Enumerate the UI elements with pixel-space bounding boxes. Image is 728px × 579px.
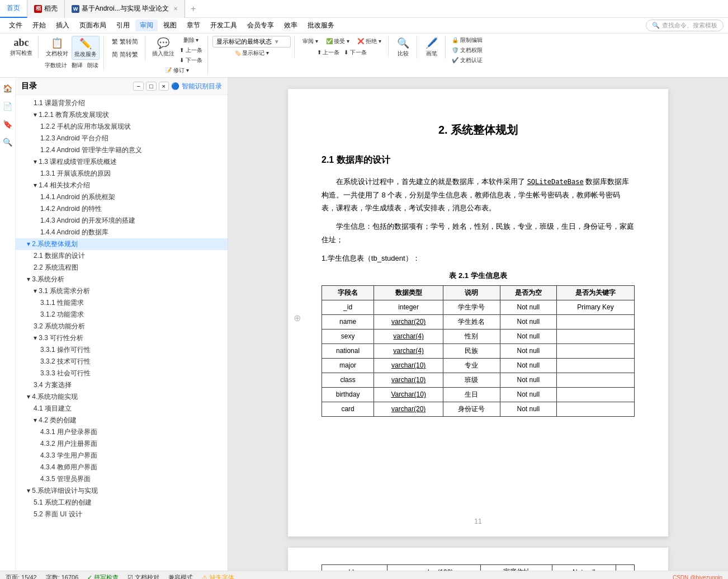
toc-item-29[interactable]: 4.3.2 用户注册界面: [16, 438, 228, 450]
reject-button[interactable]: ❌ 拒绝 ▾: [354, 36, 385, 47]
restrict-edit-button[interactable]: 🔒 限制编辑: [450, 36, 484, 45]
sidebar-collapse-button[interactable]: −: [133, 82, 143, 91]
cell-type-underline: varchar(4): [393, 347, 424, 355]
toc-item-30[interactable]: 4.3.3 学生用户界面: [16, 450, 228, 462]
modify-button[interactable]: 📝 修订 ▾: [163, 66, 191, 75]
toc-item-18[interactable]: 3.1.2 功能需求: [16, 309, 228, 321]
add-tab-button[interactable]: +: [185, 0, 201, 18]
menu-dev[interactable]: 开发工具: [206, 20, 242, 31]
cell-key: [616, 565, 634, 571]
doc-area[interactable]: ⊕ 2. 系统整体规划 2.1 数据库的设计 在系统设计过程中，首先建立的就是数…: [228, 78, 728, 571]
toc-item-2[interactable]: 1.2.2 手机的应用市场发展现状: [16, 121, 228, 133]
left-icon-home[interactable]: 🏠: [2, 82, 14, 95]
spell-check-button[interactable]: abc 拼写检查: [8, 36, 35, 58]
toc-item-20[interactable]: ▾ 3.3 可行性分析: [16, 332, 228, 344]
read-aloud-button[interactable]: 朗读: [86, 61, 100, 70]
simp-to-trad-button[interactable]: 简 简转繁: [108, 49, 141, 60]
toc-item-26[interactable]: 4.1 项目建立: [16, 403, 228, 415]
prev-change-button[interactable]: ⬆ 上一条: [315, 48, 342, 57]
tab-wps[interactable]: 稻 稻壳: [27, 0, 65, 18]
toc-item-27[interactable]: ▾ 4.2 类的创建: [16, 415, 228, 426]
toc-item-22[interactable]: 3.3.2 技术可行性: [16, 356, 228, 368]
toc-item-33[interactable]: ▾ 5.系统详细设计与实现: [16, 485, 228, 497]
delete-comment-button[interactable]: 删除 ▾: [178, 36, 204, 45]
word-count-button[interactable]: 字数统计: [43, 61, 69, 70]
left-icon-search[interactable]: 🔍: [2, 136, 14, 148]
smart-toc-button[interactable]: 🔵 智能识别目录: [171, 82, 222, 91]
menu-member[interactable]: 会员专享: [243, 20, 278, 31]
menu-correction[interactable]: 批改服务: [303, 20, 339, 31]
toc-item-14[interactable]: 2.2 系统流程图: [16, 262, 228, 274]
insert-comment-button[interactable]: 💬 插入批注: [150, 36, 177, 65]
toc-item-7[interactable]: ▾ 1.4 相关技术介绍: [16, 180, 228, 191]
toc-item-32[interactable]: 4.3.5 管理员界面: [16, 473, 228, 485]
next-change-button[interactable]: ⬇ 下一条: [342, 48, 368, 57]
menubar: 文件 开始 插入 页面布局 引用 审阅 视图 章节 开发工具 会员专享 效率 批…: [0, 18, 728, 34]
review-button[interactable]: 审阅 ▾: [299, 36, 322, 47]
toc-item-35[interactable]: 5.2 界面 UI 设计: [16, 509, 228, 520]
toc-item-28[interactable]: 4.3.1 用户登录界面: [16, 426, 228, 438]
menu-view[interactable]: 视图: [159, 20, 181, 31]
trad-to-simp-button[interactable]: 繁 繁转简: [108, 36, 141, 48]
ink-button[interactable]: 🖊️ 画笔: [422, 36, 442, 59]
tab-doc[interactable]: W 基于Androi...与实现 毕业论文 ✕: [65, 0, 185, 18]
cell-type: varchar(20): [374, 402, 443, 416]
next-comment-button[interactable]: ⬇ 下一条: [178, 56, 204, 65]
toc-item-9[interactable]: 1.4.2 Android 的特性: [16, 203, 228, 215]
menu-home[interactable]: 开始: [28, 20, 50, 31]
toc-item-16[interactable]: ▾ 3.1 系统需求分析: [16, 285, 228, 297]
toc-item-34[interactable]: 5.1 系统工程的创建: [16, 497, 228, 509]
left-icon-strip: 🏠 📄 🔖 🔍: [0, 78, 16, 571]
left-icon-page[interactable]: 📄: [2, 100, 14, 112]
toc-item-23[interactable]: 3.3.3 社会可行性: [16, 368, 228, 379]
prev-comment-button[interactable]: ⬆ 上一条: [178, 46, 204, 55]
toc-item-24[interactable]: 3.4 方案选择: [16, 379, 228, 391]
accept-button[interactable]: ✅ 接受 ▾: [323, 36, 353, 47]
menu-chapter[interactable]: 章节: [182, 20, 205, 31]
toc-item-31[interactable]: 4.3.4 教师用户界面: [16, 462, 228, 473]
translate-button[interactable]: 翻译: [70, 61, 84, 70]
toc-item-6[interactable]: 1.3.1 开展该系统的原因: [16, 168, 228, 180]
toc-item-0[interactable]: 1.1 课题背景介绍: [16, 97, 228, 109]
toc-item-15[interactable]: ▾ 3.系统分析: [16, 274, 228, 285]
cell-type-underline: varchar(20): [391, 405, 426, 413]
toc-item-19[interactable]: 3.2 系统功能分析: [16, 321, 228, 332]
toc-item-21[interactable]: 3.3.1 操作可行性: [16, 344, 228, 356]
toc-item-25[interactable]: ▾ 4.系统功能实现: [16, 391, 228, 403]
toc-item-8[interactable]: 1.4.1 Android 的系统框架: [16, 191, 228, 203]
doc-compare-icon: 📋: [51, 37, 63, 49]
cell-type: Varchar(10): [374, 387, 443, 402]
toc-item-1[interactable]: ▾ 1.2.1 教育系统发展现状: [16, 109, 228, 121]
sidebar-expand-button[interactable]: □: [146, 82, 157, 91]
compare-button[interactable]: 🔍 比较: [393, 36, 413, 59]
toc-item-11[interactable]: 1.4.4 Android 的数据库: [16, 227, 228, 238]
menu-layout[interactable]: 页面布局: [75, 20, 111, 31]
toc-item-4[interactable]: 1.2.4 Android 管理学生学籍的意义: [16, 144, 228, 156]
doc-permission-button[interactable]: 🛡️ 文档权限: [450, 46, 484, 55]
toc-item-5[interactable]: ▾ 1.3 课程成绩管理系统概述: [16, 156, 228, 168]
show-markup-button[interactable]: 🏷️ 显示标记 ▾: [233, 49, 271, 58]
toc-item-13[interactable]: 2.1 数据库的设计: [16, 250, 228, 262]
toc-item-10[interactable]: 1.4.3 Android 的开发环境的搭建: [16, 215, 228, 227]
doc-verify-button[interactable]: ✔️ 文档认证: [450, 56, 484, 65]
menu-review[interactable]: 审阅: [135, 20, 158, 31]
menu-insert[interactable]: 插入: [51, 20, 74, 31]
toc-item-12[interactable]: ▾ 2.系统整体规划: [16, 238, 228, 250]
ink-icon: 🖊️: [426, 37, 438, 49]
menu-reference[interactable]: 引用: [112, 20, 134, 31]
tab-home[interactable]: 首页: [0, 0, 27, 18]
track-status-select[interactable]: 显示标记的最终状态 ▼: [212, 36, 291, 48]
toc-item-17[interactable]: 3.1.1 性能需求: [16, 297, 228, 309]
toc-item-3[interactable]: 1.2.3 Android 平台介绍: [16, 133, 228, 144]
doc-verify-status[interactable]: ☑ 文档校对: [127, 573, 159, 579]
tab-close-icon[interactable]: ✕: [173, 6, 178, 12]
menu-file[interactable]: 文件: [4, 20, 27, 31]
left-icon-bookmark[interactable]: 🔖: [2, 118, 14, 130]
menu-efficiency[interactable]: 效率: [280, 20, 302, 31]
toolbar-protect-group: 🔒 限制编辑 🛡️ 文档权限 ✔️ 文档认证: [447, 36, 488, 65]
doc-compare-button[interactable]: 📋 文档校对: [44, 36, 70, 60]
search-bar[interactable]: 🔍 查找命令、搜索模板: [646, 20, 724, 31]
spell-check-status[interactable]: ✓ 拼写检查: [87, 573, 119, 579]
correction-service-button[interactable]: ✏️ 批改服务: [72, 36, 100, 60]
sidebar-close-button[interactable]: ×: [159, 82, 169, 91]
